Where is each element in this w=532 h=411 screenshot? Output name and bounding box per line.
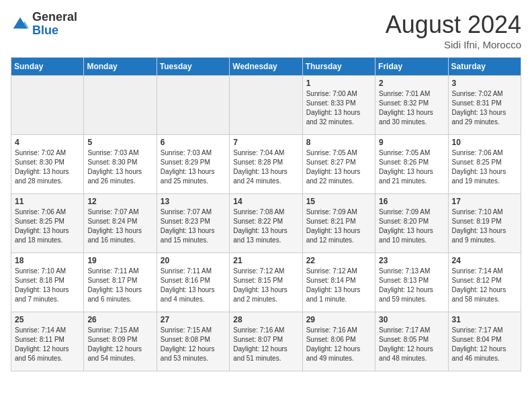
calendar-cell: 17Sunrise: 7:10 AM Sunset: 8:19 PM Dayli… (448, 194, 521, 253)
calendar-cell: 16Sunrise: 7:09 AM Sunset: 8:20 PM Dayli… (375, 194, 448, 253)
day-number: 10 (452, 138, 517, 147)
calendar-cell: 3Sunrise: 7:02 AM Sunset: 8:31 PM Daylig… (448, 76, 521, 135)
calendar-cell (84, 76, 157, 135)
day-info: Sunrise: 7:15 AM Sunset: 8:09 PM Dayligh… (87, 326, 152, 363)
calendar-header: Sunday Monday Tuesday Wednesday Thursday… (11, 58, 521, 76)
header-tuesday: Tuesday (157, 58, 229, 76)
day-number: 5 (87, 138, 152, 147)
day-number: 3 (452, 79, 517, 88)
day-info: Sunrise: 7:14 AM Sunset: 8:11 PM Dayligh… (15, 326, 80, 363)
day-number: 28 (233, 315, 298, 324)
calendar-cell: 5Sunrise: 7:03 AM Sunset: 8:30 PM Daylig… (84, 135, 157, 194)
day-info: Sunrise: 7:06 AM Sunset: 8:25 PM Dayligh… (15, 208, 80, 245)
day-info: Sunrise: 7:07 AM Sunset: 8:23 PM Dayligh… (161, 208, 226, 245)
day-number: 13 (161, 197, 226, 206)
calendar-cell (157, 76, 229, 135)
title-block: August 2024 Sidi Ifni, Morocco (386, 11, 521, 50)
month-year: August 2024 (386, 11, 521, 39)
calendar-body: 1Sunrise: 7:00 AM Sunset: 8:33 PM Daylig… (11, 76, 521, 371)
calendar-cell: 4Sunrise: 7:02 AM Sunset: 8:30 PM Daylig… (11, 135, 84, 194)
day-number: 27 (161, 315, 226, 324)
logo-general: General (32, 11, 77, 24)
week-row-4: 18Sunrise: 7:10 AM Sunset: 8:18 PM Dayli… (11, 253, 521, 312)
day-info: Sunrise: 7:11 AM Sunset: 8:17 PM Dayligh… (87, 267, 152, 304)
day-number: 15 (306, 197, 371, 206)
logo: General Blue (11, 11, 77, 38)
week-row-2: 4Sunrise: 7:02 AM Sunset: 8:30 PM Daylig… (11, 135, 521, 194)
day-info: Sunrise: 7:06 AM Sunset: 8:25 PM Dayligh… (452, 148, 517, 186)
day-info: Sunrise: 7:11 AM Sunset: 8:16 PM Dayligh… (161, 267, 226, 304)
header-row: Sunday Monday Tuesday Wednesday Thursday… (11, 58, 521, 76)
logo-text: General Blue (32, 11, 77, 38)
header-wednesday: Wednesday (230, 58, 302, 76)
day-number: 2 (379, 79, 444, 88)
day-info: Sunrise: 7:02 AM Sunset: 8:31 PM Dayligh… (452, 89, 517, 127)
day-number: 16 (379, 197, 444, 206)
calendar-cell: 23Sunrise: 7:13 AM Sunset: 8:13 PM Dayli… (375, 253, 448, 312)
calendar-cell: 14Sunrise: 7:08 AM Sunset: 8:22 PM Dayli… (230, 194, 302, 253)
day-number: 22 (306, 256, 371, 265)
day-number: 1 (306, 79, 371, 88)
day-info: Sunrise: 7:10 AM Sunset: 8:18 PM Dayligh… (15, 267, 80, 304)
day-info: Sunrise: 7:15 AM Sunset: 8:08 PM Dayligh… (161, 326, 226, 363)
calendar-cell: 10Sunrise: 7:06 AM Sunset: 8:25 PM Dayli… (448, 135, 521, 194)
day-number: 29 (306, 315, 371, 324)
day-info: Sunrise: 7:07 AM Sunset: 8:24 PM Dayligh… (87, 208, 152, 245)
calendar-cell: 20Sunrise: 7:11 AM Sunset: 8:16 PM Dayli… (157, 253, 229, 312)
calendar-cell: 15Sunrise: 7:09 AM Sunset: 8:21 PM Dayli… (302, 194, 375, 253)
day-info: Sunrise: 7:17 AM Sunset: 8:05 PM Dayligh… (379, 326, 444, 363)
logo-blue: Blue (32, 24, 77, 38)
day-number: 26 (87, 315, 152, 324)
week-row-3: 11Sunrise: 7:06 AM Sunset: 8:25 PM Dayli… (11, 194, 521, 253)
calendar-cell: 7Sunrise: 7:04 AM Sunset: 8:28 PM Daylig… (230, 135, 302, 194)
calendar-table: Sunday Monday Tuesday Wednesday Thursday… (11, 57, 521, 371)
day-info: Sunrise: 7:13 AM Sunset: 8:13 PM Dayligh… (379, 267, 444, 304)
calendar-cell: 2Sunrise: 7:01 AM Sunset: 8:32 PM Daylig… (375, 76, 448, 135)
day-number: 20 (161, 256, 226, 265)
day-number: 9 (379, 138, 444, 147)
day-info: Sunrise: 7:05 AM Sunset: 8:26 PM Dayligh… (379, 148, 444, 186)
day-number: 6 (161, 138, 226, 147)
calendar-cell: 18Sunrise: 7:10 AM Sunset: 8:18 PM Dayli… (11, 253, 84, 312)
calendar-cell: 19Sunrise: 7:11 AM Sunset: 8:17 PM Dayli… (84, 253, 157, 312)
calendar-cell: 9Sunrise: 7:05 AM Sunset: 8:26 PM Daylig… (375, 135, 448, 194)
day-number: 19 (87, 256, 152, 265)
day-info: Sunrise: 7:02 AM Sunset: 8:30 PM Dayligh… (15, 148, 80, 186)
calendar-cell: 27Sunrise: 7:15 AM Sunset: 8:08 PM Dayli… (157, 312, 229, 371)
week-row-1: 1Sunrise: 7:00 AM Sunset: 8:33 PM Daylig… (11, 76, 521, 135)
day-number: 24 (452, 256, 517, 265)
calendar-cell: 30Sunrise: 7:17 AM Sunset: 8:05 PM Dayli… (375, 312, 448, 371)
day-info: Sunrise: 7:16 AM Sunset: 8:06 PM Dayligh… (306, 326, 371, 363)
calendar-cell: 26Sunrise: 7:15 AM Sunset: 8:09 PM Dayli… (84, 312, 157, 371)
day-number: 14 (233, 197, 298, 206)
week-row-5: 25Sunrise: 7:14 AM Sunset: 8:11 PM Dayli… (11, 312, 521, 371)
calendar-cell: 29Sunrise: 7:16 AM Sunset: 8:06 PM Dayli… (302, 312, 375, 371)
header-saturday: Saturday (448, 58, 521, 76)
day-info: Sunrise: 7:10 AM Sunset: 8:19 PM Dayligh… (452, 208, 517, 245)
day-info: Sunrise: 7:09 AM Sunset: 8:20 PM Dayligh… (379, 208, 444, 245)
day-info: Sunrise: 7:01 AM Sunset: 8:32 PM Dayligh… (379, 89, 444, 127)
header-sunday: Sunday (11, 58, 84, 76)
calendar-cell: 25Sunrise: 7:14 AM Sunset: 8:11 PM Dayli… (11, 312, 84, 371)
day-number: 17 (452, 197, 517, 206)
day-info: Sunrise: 7:16 AM Sunset: 8:07 PM Dayligh… (233, 326, 298, 363)
day-number: 7 (233, 138, 298, 147)
calendar-cell: 13Sunrise: 7:07 AM Sunset: 8:23 PM Dayli… (157, 194, 229, 253)
calendar-cell (230, 76, 302, 135)
day-number: 30 (379, 315, 444, 324)
day-number: 31 (452, 315, 517, 324)
calendar-cell: 21Sunrise: 7:12 AM Sunset: 8:15 PM Dayli… (230, 253, 302, 312)
day-number: 11 (15, 197, 80, 206)
day-info: Sunrise: 7:00 AM Sunset: 8:33 PM Dayligh… (306, 89, 371, 127)
header-monday: Monday (84, 58, 157, 76)
day-info: Sunrise: 7:09 AM Sunset: 8:21 PM Dayligh… (306, 208, 371, 245)
day-number: 4 (15, 138, 80, 147)
day-number: 21 (233, 256, 298, 265)
calendar-cell: 24Sunrise: 7:14 AM Sunset: 8:12 PM Dayli… (448, 253, 521, 312)
calendar-cell: 22Sunrise: 7:12 AM Sunset: 8:14 PM Dayli… (302, 253, 375, 312)
day-number: 23 (379, 256, 444, 265)
day-number: 12 (87, 197, 152, 206)
calendar-cell: 28Sunrise: 7:16 AM Sunset: 8:07 PM Dayli… (230, 312, 302, 371)
day-info: Sunrise: 7:12 AM Sunset: 8:14 PM Dayligh… (306, 267, 371, 304)
calendar-cell (11, 76, 84, 135)
